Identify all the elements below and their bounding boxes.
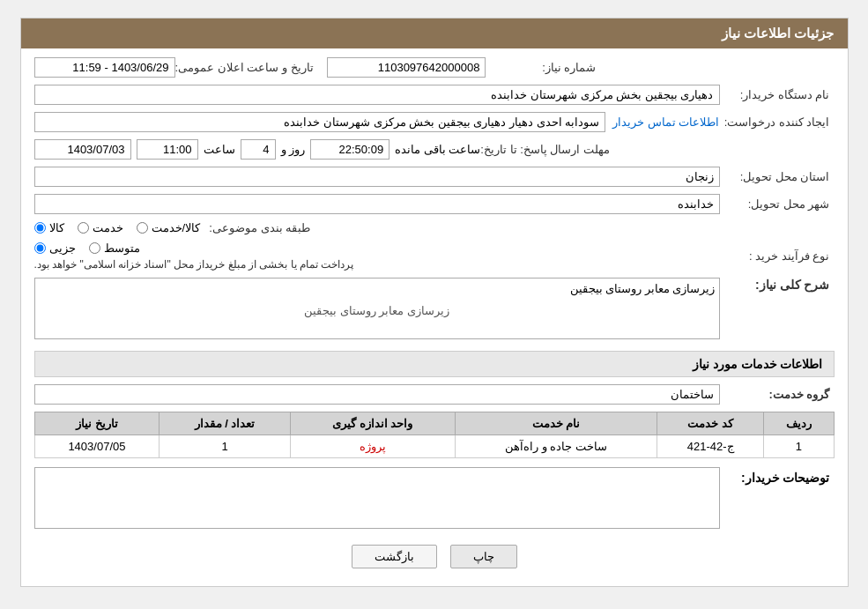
category-kala-khedmat-radio[interactable]: [137, 222, 148, 234]
service-group-label: گروه خدمت:: [720, 388, 835, 401]
city-label: شهر محل تحویل:: [720, 197, 835, 211]
purchase-moutaset[interactable]: متوسط: [89, 241, 140, 255]
content-area: شماره نیاز: تاریخ و ساعت اعلان عمومی: نا…: [21, 48, 848, 586]
buyer-notes-label: توضیحات خریدار:: [720, 467, 835, 485]
creator-row: ایجاد کننده درخواست: اطلاعات تماس خریدار: [34, 112, 835, 132]
service-group-row: گروه خدمت:: [34, 384, 835, 405]
city-input[interactable]: [34, 194, 720, 214]
purchase-type-label: نوع فرآیند خرید :: [720, 249, 835, 263]
announcement-row: شماره نیاز: تاریخ و ساعت اعلان عمومی:: [34, 57, 835, 78]
page-header: جزئیات اطلاعات نیاز: [21, 19, 848, 48]
services-table: ردیف کد خدمت نام خدمت واحد اندازه گیری ت…: [34, 412, 835, 458]
purchase-moutaset-radio[interactable]: [89, 242, 100, 254]
buyer-notes-row: توضیحات خریدار:: [34, 467, 835, 531]
cell-date: 1403/07/05: [34, 435, 160, 458]
announcement-id-label: شماره نیاز:: [486, 61, 600, 74]
time-label: ساعت: [204, 143, 235, 156]
days-label: روز و: [281, 143, 306, 156]
table-row: 1 ج-42-421 ساخت جاده و راه‌آهن پروژه 1 1…: [34, 435, 834, 458]
announcement-id-input[interactable]: [327, 57, 486, 78]
deadline-date-input[interactable]: [34, 139, 131, 160]
city-row: شهر محل تحویل:: [34, 194, 835, 214]
buyer-name-row: نام دستگاه خریدار:: [34, 85, 835, 105]
province-input[interactable]: [34, 167, 720, 187]
category-kala-khedmat-label: کالا/خدمت: [152, 221, 201, 234]
purchase-type-row: نوع فرآیند خرید : متوسط جزیی پرداخت تمام…: [34, 241, 835, 271]
category-khedmat-label: خدمت: [93, 221, 123, 234]
buyer-notes-value: [34, 467, 720, 531]
purchase-jozyi-label: جزیی: [49, 241, 76, 255]
cell-unit[interactable]: پروژه: [290, 435, 455, 458]
deadline-row: مهلت ارسال پاسخ: تا تاریخ: ساعت باقی مان…: [34, 139, 835, 160]
col-service-name: نام خدمت: [455, 412, 657, 435]
description-row: شرح کلی نیاز: زیرسازی معابر روستای بیجقی…: [34, 278, 835, 342]
page-title: جزئیات اطلاعات نیاز: [722, 26, 834, 41]
creator-input[interactable]: [34, 112, 606, 132]
days-input[interactable]: [241, 139, 276, 160]
description-textarea[interactable]: [34, 278, 720, 339]
date-label: تاریخ و ساعت اعلان عمومی:: [175, 61, 318, 74]
purchase-jozyi[interactable]: جزیی: [34, 241, 76, 255]
description-label: شرح کلی نیاز:: [720, 278, 835, 292]
description-area: زیرسازی معابر روستای بیجقین: [34, 278, 720, 342]
province-label: استان محل تحویل:: [720, 170, 835, 183]
purchase-moutaset-label: متوسط: [104, 241, 140, 255]
col-service-code: کد خدمت: [657, 412, 764, 435]
buyer-name-label: نام دستگاه خریدار:: [720, 88, 835, 101]
col-row-num: ردیف: [764, 412, 834, 435]
page-container: جزئیات اطلاعات نیاز شماره نیاز: تاریخ و …: [20, 18, 849, 587]
category-kala-radio[interactable]: [34, 222, 46, 234]
col-quantity: تعداد / مقدار: [160, 412, 290, 435]
print-button[interactable]: چاپ: [450, 545, 517, 568]
category-radio-group: کالا/خدمت خدمت کالا: [34, 221, 201, 234]
cell-row-num: 1: [764, 435, 834, 458]
services-section-header: اطلاعات خدمات مورد نیاز: [34, 351, 835, 377]
category-kala[interactable]: کالا: [34, 221, 64, 234]
category-kala-khedmat[interactable]: کالا/خدمت: [137, 221, 201, 234]
buyer-name-input[interactable]: [34, 85, 720, 105]
category-khedmat-radio[interactable]: [78, 222, 89, 234]
col-unit: واحد اندازه گیری: [290, 412, 455, 435]
cell-quantity: 1: [160, 435, 290, 458]
purchase-jozyi-radio[interactable]: [34, 242, 46, 254]
remaining-input[interactable]: [310, 139, 389, 160]
purchase-radio-group: متوسط جزیی: [34, 241, 140, 255]
category-row: طبقه بندی موضوعی: کالا/خدمت خدمت کالا: [34, 221, 835, 234]
category-kala-label: کالا: [49, 221, 64, 234]
remaining-label: ساعت باقی مانده: [395, 143, 480, 156]
col-date: تاریخ نیاز: [34, 412, 160, 435]
back-button[interactable]: بازگشت: [352, 545, 437, 568]
cell-service-code: ج-42-421: [657, 435, 764, 458]
service-group-input[interactable]: [34, 384, 720, 405]
province-row: استان محل تحویل:: [34, 167, 835, 187]
category-khedmat[interactable]: خدمت: [78, 221, 123, 234]
deadline-label: مهلت ارسال پاسخ: تا تاریخ:: [480, 143, 614, 156]
buttons-row: چاپ بازگشت: [34, 545, 835, 568]
buyer-notes-textarea[interactable]: [34, 467, 720, 529]
contact-link[interactable]: اطلاعات تماس خریدار: [612, 115, 719, 129]
category-label: طبقه بندی موضوعی:: [200, 221, 315, 234]
purchase-note: پرداخت تمام یا بخشی از مبلغ خریداز محل "…: [34, 258, 354, 271]
date-input[interactable]: [34, 57, 175, 78]
cell-service-name: ساخت جاده و راه‌آهن: [455, 435, 657, 458]
time-input[interactable]: [137, 139, 198, 160]
creator-label: ایجاد کننده درخواست:: [720, 115, 835, 129]
